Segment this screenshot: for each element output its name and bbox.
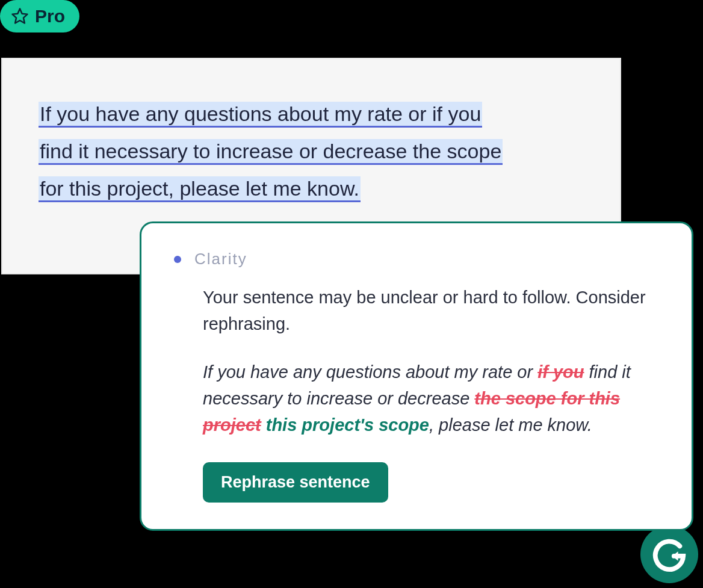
bullet-icon — [174, 256, 181, 263]
rewrite-insert-1: this project's scope — [261, 415, 429, 435]
grammarly-logo-icon[interactable] — [640, 525, 698, 583]
svg-marker-0 — [13, 9, 28, 23]
rewrite-part-3: , please let me know. — [429, 415, 592, 435]
editor-text[interactable]: If you have any questions about my rate … — [39, 95, 584, 207]
rewrite-strike-1: if you — [537, 362, 584, 382]
editor-line-2: find it necessary to increase or decreas… — [39, 139, 503, 165]
star-icon — [11, 7, 29, 25]
rewrite-part-1: If you have any questions about my rate … — [203, 362, 537, 382]
pro-badge: Pro — [0, 0, 79, 32]
pro-label: Pro — [35, 6, 65, 26]
suggestion-body: Your sentence may be unclear or hard to … — [174, 284, 659, 503]
suggestion-rewrite: If you have any questions about my rate … — [203, 359, 659, 438]
svg-marker-1 — [672, 551, 678, 561]
suggestion-card: Clarity Your sentence may be unclear or … — [140, 221, 693, 531]
suggestion-category: Clarity — [194, 250, 247, 268]
editor-line-3: for this project, please let me know. — [39, 176, 361, 202]
suggestion-header: Clarity — [174, 250, 659, 268]
editor-line-1: If you have any questions about my rate … — [39, 102, 482, 128]
suggestion-explanation: Your sentence may be unclear or hard to … — [203, 284, 659, 337]
rephrase-button[interactable]: Rephrase sentence — [203, 462, 388, 503]
